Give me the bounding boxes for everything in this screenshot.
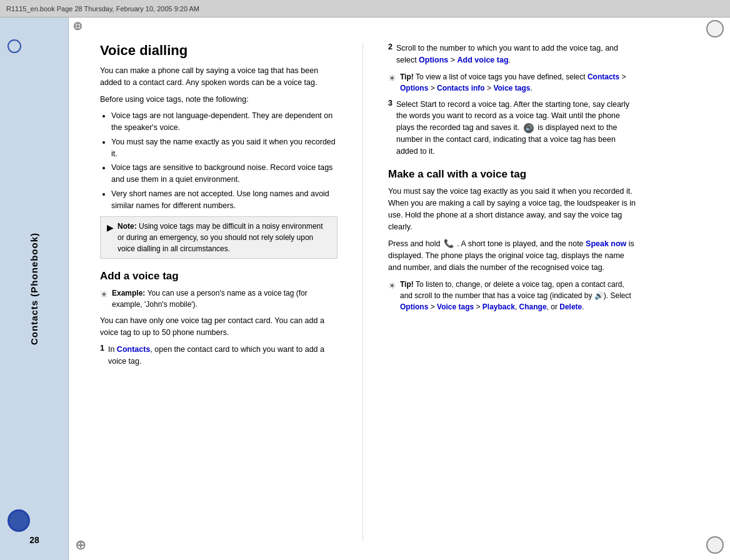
step2-content: Scroll to the number to which you want t… xyxy=(396,42,638,66)
step2-gt1: > xyxy=(448,56,457,64)
step3-block: 3 Select Start to record a voice tag. Af… xyxy=(388,99,638,158)
step3-content: Select Start to record a voice tag. Afte… xyxy=(396,99,638,158)
step2-period: . xyxy=(509,56,511,64)
tip2-text-mid: ). Select xyxy=(604,291,631,300)
column-divider xyxy=(362,42,363,541)
tip1-label: Tip! xyxy=(400,72,416,81)
make-call-para2-before: Press and hold xyxy=(388,239,442,248)
example-box: ☀ Example: You can use a person's name a… xyxy=(100,288,338,310)
tip2-content: Tip! To listen to, change, or delete a v… xyxy=(400,279,638,312)
step1-content: In Contacts, open the contact card to wh… xyxy=(108,344,338,368)
voice-dialling-title: Voice dialling xyxy=(100,42,338,59)
example-content: Example: You can use a person's name as … xyxy=(112,288,338,310)
step1-number: 1 xyxy=(100,344,104,368)
step1-text-prefix: In xyxy=(108,345,117,354)
sidebar-circle-bottom xyxy=(8,509,30,532)
note-label: Note: xyxy=(118,222,137,231)
contacts-link-step1[interactable]: Contacts xyxy=(117,345,150,354)
add-voice-tag-link[interactable]: Add voice tag xyxy=(458,56,509,64)
before-heading: Before using voice tags, note the follow… xyxy=(100,94,338,106)
tip1-period: . xyxy=(531,84,532,92)
tip2-icon: ☀ xyxy=(388,279,396,292)
note-icon: ▶ xyxy=(107,221,114,234)
step2-block: 2 Scroll to the number to which you want… xyxy=(388,42,638,66)
make-call-para2: Press and hold 📞 . A short tone is playe… xyxy=(388,238,638,273)
tip2-gt2: > xyxy=(474,302,482,311)
phone-icon: 📞 xyxy=(444,238,454,250)
page-number: 28 xyxy=(23,532,46,548)
tip1-gt2: > xyxy=(428,84,437,92)
tip2-box: ☀ Tip! To listen to, change, or delete a… xyxy=(388,279,638,312)
voice-tag-para1: You can have only one voice tag per cont… xyxy=(100,315,338,339)
sidebar: Contacts (Phonebook) 28 xyxy=(0,18,69,560)
tip2-playback-link[interactable]: Playback xyxy=(482,302,515,311)
tip2-text-before: To listen to, change, or delete a voice … xyxy=(400,280,624,300)
example-icon: ☀ xyxy=(100,288,108,301)
tip2-options-link[interactable]: Options xyxy=(400,302,428,311)
left-column: Voice dialling You can make a phone call… xyxy=(100,42,338,541)
sidebar-circle-top xyxy=(8,39,21,53)
note-content: Note: Using voice tags may be difficult … xyxy=(118,221,331,254)
speak-now-link[interactable]: Speak now xyxy=(586,239,626,248)
tip1-gt1: > xyxy=(619,72,626,81)
example-label: Example: xyxy=(112,289,148,298)
bullet-1: Voice tags are not language-dependent. T… xyxy=(111,110,338,134)
tip1-gt3: > xyxy=(485,84,494,92)
add-voice-tag-heading: Add a voice tag xyxy=(100,270,338,282)
tip2-voice-tags-link[interactable]: Voice tags xyxy=(437,302,474,311)
bullet-2: You must say the name exactly as you sai… xyxy=(111,136,338,160)
tip1-icon: ☀ xyxy=(388,72,396,85)
tip2-comma: , xyxy=(515,302,519,311)
tip1-box: ☀ Tip! To view a list of voice tags you … xyxy=(388,71,638,94)
tip1-options-link[interactable]: Options xyxy=(400,84,428,92)
tip1-contacts-link[interactable]: Contacts xyxy=(588,72,619,81)
tip1-voice-tags-link[interactable]: Voice tags xyxy=(493,84,530,92)
header-text: R1115_en.book Page 28 Thursday, February… xyxy=(6,5,199,12)
tip2-label: Tip! xyxy=(400,280,416,289)
tip1-contacts-info-link[interactable]: Contacts info xyxy=(437,84,485,92)
options-link-step2[interactable]: Options xyxy=(419,56,448,64)
step2-number: 2 xyxy=(388,42,392,66)
tip2-or: , or xyxy=(547,302,560,311)
tip2-gt1: > xyxy=(428,302,437,311)
bullet-4: Very short names are not accepted. Use l… xyxy=(111,188,338,212)
step1-block: 1 In Contacts, open the contact card to … xyxy=(100,344,338,368)
tip1-content: Tip! To view a list of voice tags you ha… xyxy=(400,71,638,94)
bullet-list: Voice tags are not language-dependent. T… xyxy=(111,110,338,211)
bullet-3: Voice tags are sensitive to background n… xyxy=(111,162,338,186)
right-column: 2 Scroll to the number to which you want… xyxy=(388,42,638,541)
make-call-heading: Make a call with a voice tag xyxy=(388,168,638,181)
step3-icon: 🔊 xyxy=(524,123,534,133)
header-bar: R1115_en.book Page 28 Thursday, February… xyxy=(0,0,730,18)
page-number-box: 28 xyxy=(0,532,69,548)
intro-paragraph: You can make a phone call by saying a vo… xyxy=(100,65,338,89)
tip2-change-link[interactable]: Change xyxy=(519,302,547,311)
main-content: Voice dialling You can make a phone call… xyxy=(69,18,730,560)
make-call-para1: You must say the voice tag exactly as yo… xyxy=(388,186,638,232)
tip2-delete-link[interactable]: Delete xyxy=(559,302,582,311)
tip2-icon-inline: 🔊 xyxy=(594,291,604,300)
make-call-para2-after: . A short tone is played, and the note xyxy=(457,239,586,248)
note-text: Using voice tags may be difficult in a n… xyxy=(118,222,323,253)
note-box: ▶ Note: Using voice tags may be difficul… xyxy=(100,216,338,259)
tip2-period: . xyxy=(582,302,584,311)
tip1-text-before: To view a list of voice tags you have de… xyxy=(416,72,588,81)
sidebar-label: Contacts (Phonebook) xyxy=(29,232,39,345)
step3-number: 3 xyxy=(388,99,392,158)
